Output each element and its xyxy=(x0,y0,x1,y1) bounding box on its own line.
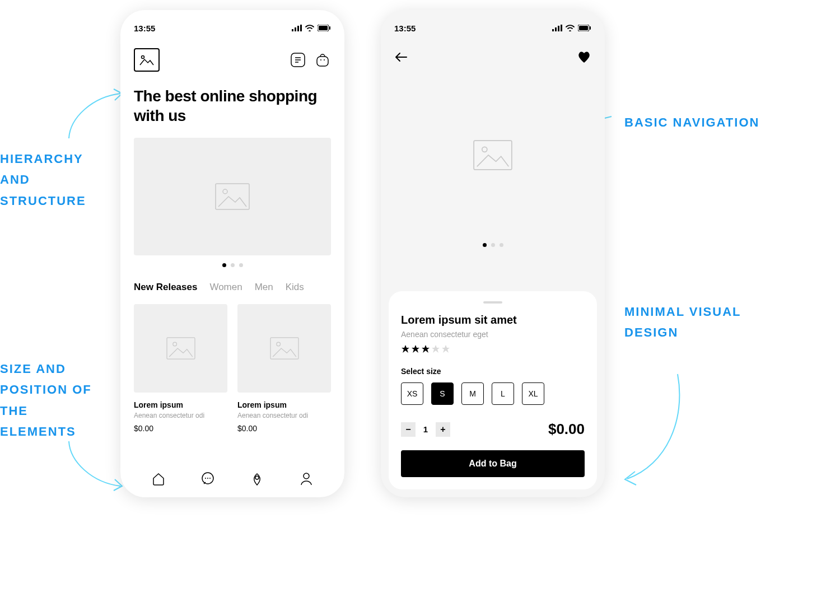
size-chip-xl[interactable]: XL xyxy=(522,382,544,405)
product-hero[interactable] xyxy=(394,69,591,241)
product-image xyxy=(237,304,331,393)
image-placeholder-icon xyxy=(215,183,250,210)
product-title: Lorem ipsum sit amet xyxy=(401,314,585,326)
svg-rect-33 xyxy=(590,26,591,30)
product-row: Lorem ipsum Aenean consectetur odi $0.00… xyxy=(134,304,331,433)
menu-button[interactable] xyxy=(290,52,306,68)
size-chip-l[interactable]: L xyxy=(492,382,514,405)
product-subtitle: Aenean consectetur odi xyxy=(134,412,227,419)
product-subtitle: Aenean consectetur odi xyxy=(237,412,331,419)
annotation-hierarchy: HIERARCHY AND STRUCTURE xyxy=(0,148,106,211)
image-placeholder-icon xyxy=(473,138,512,172)
svg-point-14 xyxy=(324,59,325,60)
product-title: Lorem ipsum xyxy=(134,400,227,409)
svg-rect-2 xyxy=(297,26,299,31)
annotation-size-position: SIZE AND POSITION OF THE ELEMENTS xyxy=(0,358,106,442)
svg-rect-30 xyxy=(561,25,562,31)
product-card[interactable]: Lorem ipsum Aenean consectetur odi $0.00 xyxy=(237,304,331,433)
back-button[interactable] xyxy=(394,52,408,63)
size-row: XS S M L XL xyxy=(401,382,585,405)
svg-rect-34 xyxy=(474,141,512,170)
arrow-left-icon xyxy=(394,52,408,63)
nav-home[interactable] xyxy=(151,472,166,488)
nav-location[interactable] xyxy=(250,472,264,488)
star-icon xyxy=(401,344,410,353)
carousel-dot[interactable] xyxy=(231,263,235,267)
wifi-icon xyxy=(566,25,575,31)
battery-icon xyxy=(318,25,331,31)
svg-rect-12 xyxy=(317,57,328,66)
carousel-dot[interactable] xyxy=(222,263,226,267)
svg-rect-17 xyxy=(167,338,195,359)
svg-point-7 xyxy=(142,56,144,59)
nav-chat[interactable] xyxy=(200,472,215,488)
arrow-hierarchy xyxy=(64,87,126,143)
qty-price-row: − 1 + $0.00 xyxy=(401,421,585,438)
hero-banner[interactable] xyxy=(134,138,331,255)
category-tabs: New Releases Women Men Kids xyxy=(134,282,331,293)
svg-point-18 xyxy=(172,342,176,346)
list-icon xyxy=(291,53,305,67)
product-card[interactable]: Lorem ipsum Aenean consectetur odi $0.00 xyxy=(134,304,227,433)
cellular-icon xyxy=(552,25,562,31)
svg-point-24 xyxy=(209,478,211,479)
svg-rect-15 xyxy=(216,184,249,209)
brand-logo[interactable] xyxy=(134,48,160,72)
status-time: 13:55 xyxy=(394,24,416,33)
svg-point-13 xyxy=(320,59,321,60)
bag-button[interactable] xyxy=(314,52,331,68)
carousel-dot[interactable] xyxy=(239,263,243,267)
image-icon xyxy=(139,54,155,66)
product-subtitle: Aenean consectetur eget xyxy=(401,330,585,339)
nav-profile[interactable] xyxy=(299,472,314,488)
svg-point-23 xyxy=(207,478,208,479)
add-to-bag-button[interactable]: Add to Bag xyxy=(401,450,585,477)
star-icon xyxy=(421,344,430,353)
svg-rect-1 xyxy=(295,27,296,31)
status-bar: 13:55 xyxy=(134,22,331,34)
svg-rect-19 xyxy=(270,338,298,359)
image-placeholder-icon xyxy=(166,337,195,360)
svg-point-16 xyxy=(223,189,227,194)
status-time: 13:55 xyxy=(134,24,155,33)
arrow-minimal-visual xyxy=(616,370,689,487)
carousel-dot[interactable] xyxy=(500,243,503,247)
svg-point-22 xyxy=(205,478,206,479)
carousel-dot[interactable] xyxy=(483,243,487,247)
qty-decrement[interactable]: − xyxy=(401,422,416,437)
tab-new-releases[interactable]: New Releases xyxy=(134,282,197,293)
phone-product: 13:55 Lorem ipsum sit amet xyxy=(381,10,605,497)
favorite-button[interactable] xyxy=(577,50,591,64)
product-title: Lorem ipsum xyxy=(237,400,331,409)
bag-icon xyxy=(315,53,330,67)
size-chip-m[interactable]: M xyxy=(461,382,484,405)
wifi-icon xyxy=(305,25,314,31)
carousel-dot[interactable] xyxy=(491,243,495,247)
sheet-grabber[interactable] xyxy=(483,301,502,304)
tab-women[interactable]: Women xyxy=(209,282,242,293)
product-image xyxy=(134,304,227,393)
svg-rect-6 xyxy=(329,26,330,30)
size-chip-s[interactable]: S xyxy=(431,382,454,405)
carousel-dots xyxy=(394,243,591,247)
annotation-minimal-visual: MINIMAL VISUAL DESIGN xyxy=(624,301,770,343)
size-chip-xs[interactable]: XS xyxy=(401,382,423,405)
svg-rect-5 xyxy=(319,26,328,30)
battery-icon xyxy=(578,25,591,31)
user-icon xyxy=(299,472,314,486)
svg-point-20 xyxy=(276,342,280,346)
svg-point-35 xyxy=(482,147,487,152)
product-sheet: Lorem ipsum sit amet Aenean consectetur … xyxy=(389,291,597,489)
image-placeholder-icon xyxy=(270,337,299,360)
phone-home: 13:55 The best online shopping with xyxy=(120,10,344,497)
carousel-dots xyxy=(134,263,331,267)
svg-rect-0 xyxy=(292,29,293,31)
page-headline: The best online shopping with us xyxy=(134,86,331,125)
tab-men[interactable]: Men xyxy=(255,282,273,293)
qty-value: 1 xyxy=(421,424,430,434)
size-label: Select size xyxy=(401,367,585,376)
status-bar: 13:55 xyxy=(394,22,591,34)
annotation-basic-nav: BASIC NAVIGATION xyxy=(624,112,781,133)
tab-kids[interactable]: Kids xyxy=(286,282,304,293)
qty-increment[interactable]: + xyxy=(436,422,450,437)
